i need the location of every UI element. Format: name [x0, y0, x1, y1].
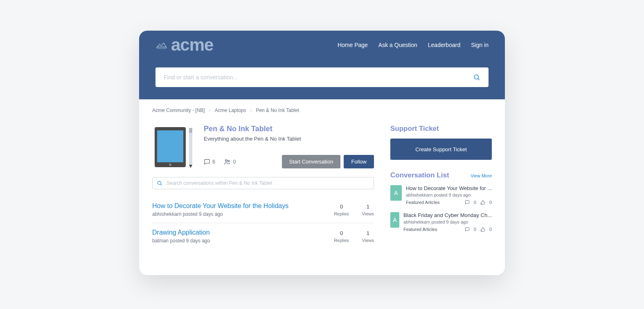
svg-line-2 [478, 78, 480, 80]
logo-text: acme [171, 35, 213, 55]
svg-point-5 [169, 163, 171, 166]
comment-count-value: 6 [212, 159, 215, 165]
follow-button[interactable]: Follow [344, 155, 374, 168]
conversation-row[interactable]: Drawing Application batman posted 9 days… [152, 223, 374, 249]
chevron-right-icon: › [250, 107, 252, 113]
topic-description: Everything about the Pen & No Ink Tablet [204, 136, 374, 142]
header: acme Home Page Ask a Question Leaderboar… [139, 31, 505, 99]
sidebar-item-meta: abhishekkarn posted 9 days ago [406, 193, 492, 197]
sidebar-item-body: How to Decorate Your Website for ... abh… [406, 185, 492, 205]
view-more-link[interactable]: View More [471, 173, 492, 178]
header-top: acme Home Page Ask a Question Leaderboar… [155, 31, 489, 59]
topic-search[interactable] [152, 177, 374, 189]
comment-count: 6 [204, 159, 215, 165]
comment-icon [465, 227, 470, 232]
topic-info: Pen & No Ink Tablet Everything about the… [204, 125, 374, 169]
sidebar-item-footer: Featured Articles 0 0 [406, 200, 492, 205]
conversation-title[interactable]: How to Decorate Your Website for the Hol… [152, 202, 288, 210]
views-stat: 1 Views [362, 230, 374, 243]
topic-header: Pen & No Ink Tablet Everything about the… [152, 125, 374, 169]
nav-leaderboard[interactable]: Leaderboard [428, 42, 460, 48]
conversation-meta: batman posted 9 days ago [152, 238, 210, 244]
topic-title: Pen & No Ink Tablet [204, 125, 374, 133]
logo-icon [155, 41, 168, 49]
svg-point-1 [474, 75, 479, 79]
conversation-list-heading: Conversation List [390, 171, 449, 179]
svg-point-9 [225, 159, 227, 161]
breadcrumb-root[interactable]: Acme Community - [NB] [152, 107, 205, 113]
sidebar-item-meta: abhishekkarn posted 9 days ago [403, 219, 492, 224]
sidebar-item-body: Black Friday and Cyber Monday Ch... abhi… [403, 212, 492, 232]
replies-stat: 0 Replies [334, 204, 349, 216]
comment-icon [465, 200, 470, 205]
views-count: 1 [362, 204, 374, 210]
main-search[interactable] [155, 67, 489, 87]
svg-point-11 [158, 181, 161, 184]
nav-home[interactable]: Home Page [338, 42, 368, 48]
conversation-info: Drawing Application batman posted 9 days… [152, 229, 210, 244]
sidebar-item-footer: Featured Articles 0 0 [403, 227, 492, 232]
sidebar-item-counts: 0 0 [465, 200, 492, 205]
sidebar-item-counts: 0 0 [465, 227, 492, 232]
topic-stats-row: 6 0 Start Conversation Follow [204, 155, 374, 168]
conversation-title[interactable]: Drawing Application [152, 229, 210, 236]
svg-line-12 [160, 184, 162, 185]
comment-count: 0 [474, 227, 476, 232]
like-count: 0 [489, 227, 492, 232]
views-count: 1 [362, 230, 374, 236]
replies-count: 0 [334, 204, 349, 210]
tablet-icon [152, 125, 196, 169]
replies-stat: 0 Replies [334, 230, 349, 243]
main-nav: Home Page Ask a Question Leaderboard Sig… [338, 42, 489, 48]
replies-label: Replies [334, 238, 349, 243]
topic-search-input[interactable] [167, 180, 369, 186]
nav-ask[interactable]: Ask a Question [378, 42, 417, 48]
conversation-stats: 0 Replies 1 Views [334, 204, 374, 216]
comment-count: 0 [474, 200, 476, 205]
main-column: Pen & No Ink Tablet Everything about the… [152, 125, 374, 249]
thumbs-up-icon [480, 200, 485, 205]
svg-point-10 [228, 160, 230, 161]
avatar: A [390, 185, 402, 201]
breadcrumb: Acme Community - [NB] › Acme Laptops › P… [139, 99, 505, 113]
avatar: A [390, 212, 399, 228]
sidebar: Support Ticket Create Support Ticket Con… [390, 125, 492, 249]
logo[interactable]: acme [155, 35, 213, 55]
topic-actions: Start Conversation Follow [282, 155, 374, 168]
create-support-ticket-button[interactable]: Create Support Ticket [390, 139, 492, 160]
sidebar-item-title: How to Decorate Your Website for ... [406, 185, 492, 191]
users-icon [223, 158, 231, 166]
comment-icon [204, 159, 210, 165]
search-input[interactable] [164, 74, 473, 81]
breadcrumb-parent[interactable]: Acme Laptops [215, 107, 246, 113]
views-stat: 1 Views [362, 204, 374, 216]
support-ticket-heading: Support Ticket [390, 125, 492, 133]
topic-stats: 6 0 [204, 158, 236, 166]
sidebar-conversation-item[interactable]: A How to Decorate Your Website for ... a… [390, 185, 492, 205]
follower-count-value: 0 [233, 159, 236, 165]
start-conversation-button[interactable]: Start Conversation [282, 155, 341, 168]
svg-rect-4 [157, 130, 183, 162]
thumbs-up-icon [480, 227, 485, 232]
sidebar-item-category: Featured Articles [406, 200, 440, 205]
conversation-meta: abhishekkarn posted 9 days ago [152, 211, 288, 217]
content: Pen & No Ink Tablet Everything about the… [139, 113, 505, 249]
svg-rect-6 [189, 128, 192, 133]
svg-marker-8 [189, 165, 192, 168]
views-label: Views [362, 211, 374, 216]
svg-rect-7 [189, 133, 192, 165]
conversation-list: How to Decorate Your Website for the Hol… [152, 197, 374, 249]
sidebar-item-title: Black Friday and Cyber Monday Ch... [403, 212, 492, 218]
chevron-right-icon: › [209, 107, 211, 113]
follower-count: 0 [223, 158, 236, 166]
conversation-info: How to Decorate Your Website for the Hol… [152, 202, 288, 217]
conversation-list-heading-row: Conversation List View More [390, 171, 492, 179]
sidebar-item-category: Featured Articles [403, 227, 437, 232]
conversation-row[interactable]: How to Decorate Your Website for the Hol… [152, 197, 374, 223]
nav-signin[interactable]: Sign in [471, 42, 489, 48]
replies-count: 0 [334, 230, 349, 236]
breadcrumb-current: Pen & No Ink Tablet [256, 107, 299, 113]
replies-label: Replies [334, 211, 349, 216]
sidebar-conversation-item[interactable]: A Black Friday and Cyber Monday Ch... ab… [390, 212, 492, 232]
search-icon [473, 74, 480, 81]
